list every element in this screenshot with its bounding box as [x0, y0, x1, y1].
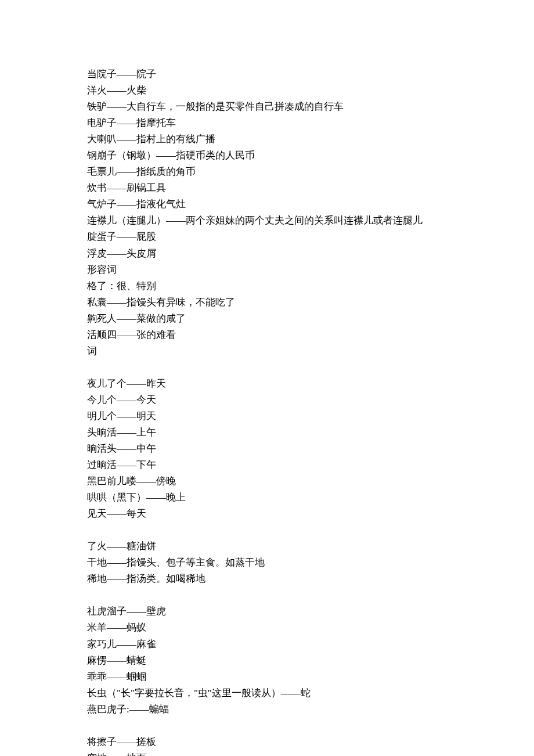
text-line: 头晌活——上午 [87, 424, 534, 441]
text-line: 见天——每天 [87, 506, 534, 522]
text-line: 词 [87, 343, 534, 359]
text-line: 家巧儿——麻雀 [87, 636, 534, 653]
text-line: 干地——指馒头、包子等主食。如蒸干地 [87, 555, 534, 571]
text-line: 麻愣——蜻蜓 [87, 653, 534, 669]
text-line: 齁死人——菜做的咸了 [87, 311, 534, 327]
text-line: 了火——糖油饼 [87, 538, 534, 555]
text-line: 浮皮——头皮屑 [87, 246, 534, 262]
text-line: 晌活头——中午 [87, 441, 534, 457]
blank-line [87, 359, 534, 376]
text-line: 形容词 [87, 262, 534, 278]
text-line: 电驴子——指摩托车 [87, 115, 534, 131]
text-line: 究地——地面 [87, 750, 534, 756]
text-line: 私囊——指馒头有异味，不能吃了 [87, 294, 534, 311]
text-line: 乖乖——蝈蝈 [87, 669, 534, 685]
text-line: 腚蛋子——屁股 [87, 229, 534, 245]
text-line: 钢崩子（钢墩）——指硬币类的人民币 [87, 147, 534, 164]
text-line: 今儿个——今天 [87, 392, 534, 408]
text-line: 洋火——火柴 [87, 82, 534, 99]
text-line: 哄哄（黑下）——晚上 [87, 489, 534, 506]
text-line: 明儿个——明天 [87, 408, 534, 424]
document-body: 当院子——院子洋火——火柴铁驴——大自行车，一般指的是买零件自己拼凑成的自行车电… [87, 66, 534, 756]
text-line: 大喇叭——指村上的有线广播 [87, 131, 534, 147]
text-line: 燕巴虎子:——蝙蝠 [87, 701, 534, 718]
text-line: 夜儿了个——昨天 [87, 376, 534, 392]
text-line: 炊书——刷锅工具 [87, 180, 534, 196]
text-line: 连襟儿（连腿儿）——两个亲姐妹的两个丈夫之间的关系叫连襟儿或者连腿儿 [87, 213, 534, 229]
text-line: 毛票儿——指纸质的角币 [87, 164, 534, 180]
text-line: 将擦子——搓板 [87, 734, 534, 750]
text-line: 气炉子——指液化气灶 [87, 196, 534, 213]
text-line: 格了：很、特别 [87, 278, 534, 294]
blank-line [87, 522, 534, 538]
blank-line [87, 587, 534, 603]
text-line: 稀地——指汤类。如喝稀地 [87, 571, 534, 587]
text-line: 铁驴——大自行车，一般指的是买零件自己拼凑成的自行车 [87, 99, 534, 115]
text-line: 长虫（"长"字要拉长音，"虫"这里一般读从）——蛇 [87, 685, 534, 701]
text-line: 活顺四——张的难看 [87, 327, 534, 343]
text-line: 米羊——蚂蚁 [87, 620, 534, 636]
text-line: 当院子——院子 [87, 66, 534, 82]
text-line: 社虎溜子——壁虎 [87, 603, 534, 620]
blank-line [87, 718, 534, 734]
text-line: 黑巴前儿喽——傍晚 [87, 473, 534, 489]
text-line: 过晌活——下午 [87, 457, 534, 473]
